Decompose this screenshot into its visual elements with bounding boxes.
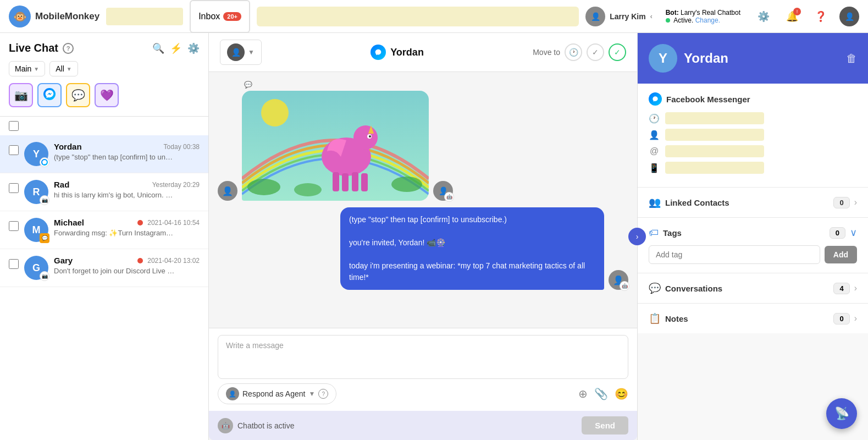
linked-contacts-section[interactable]: 👥 Linked Contacts 0 › [638, 188, 868, 218]
expand-panel-button[interactable]: › [628, 228, 646, 245]
move-to-green-check-icon[interactable]: ✓ [609, 43, 626, 61]
move-to-clock-icon[interactable]: 🕐 [565, 43, 582, 61]
select-all-checkbox[interactable] [9, 121, 19, 131]
main-filter-arrow: ▼ [34, 66, 39, 72]
contact-item-michael[interactable]: M 💬 Michael 2021-04-16 10:54 Forwarding … [0, 211, 208, 249]
contacts-list: Y Yordan Today 00:38 (type "stop" then t… [0, 135, 208, 440]
all-filter-dropdown[interactable]: All ▼ [49, 61, 78, 76]
svg-point-0 [43, 88, 56, 100]
linked-contacts-badge: 0 [833, 197, 849, 208]
svg-point-3 [261, 99, 289, 127]
active-dot [666, 18, 670, 23]
platform-badge-gary: 📷 [40, 271, 49, 281]
contact-name-gary: Gary [54, 256, 73, 265]
info-value-time [665, 112, 764, 124]
right-panel: Y Yordan 🗑 Facebook Messenger 🕐 👤 [637, 33, 868, 440]
contact-preview-michael: Forwarding msg: ✨Turn Instagram traffic … [54, 229, 175, 237]
filter-icon[interactable]: ⚡ [170, 42, 182, 54]
contact-item-yordan[interactable]: Y Yordan Today 00:38 (type "stop" then t… [0, 135, 208, 173]
contact-time-yordan: Today 00:38 [164, 143, 200, 151]
contact-header-name: Yordan [684, 51, 839, 66]
contact-preview-gary: Don't forget to join our Discord Live Ch… [54, 267, 175, 275]
info-row-person: 👤 [649, 129, 857, 141]
chatbot-active-label: Chatbot is active [237, 421, 295, 430]
bot-name: Larry's Real Chatbot [681, 9, 740, 16]
sidebar-title: Live Chat [9, 42, 58, 54]
chat-area: 👤 ▼ Yordan Move to 🕐 ✓ ✓ 👤 [209, 33, 637, 440]
agent-selector[interactable]: 👤 ▼ [220, 40, 262, 65]
active-label: Active. [673, 16, 693, 24]
floating-chat-button[interactable]: 📡 [826, 398, 857, 429]
contact-checkbox-gary[interactable] [9, 259, 19, 269]
conversations-section[interactable]: 💬 Conversations 4 › [638, 273, 868, 304]
live-chat-help-icon[interactable]: ? [63, 43, 74, 54]
platform-row: Facebook Messenger [649, 92, 857, 106]
tags-chevron-icon[interactable]: ∨ [850, 227, 857, 239]
chat-contact-name: Yordan [390, 47, 424, 58]
attachment-icon[interactable]: 📎 [594, 387, 608, 400]
agent-dropdown-arrow: ▼ [248, 48, 255, 56]
right-panel-wrapper: › Y Yordan 🗑 Facebook Messenger 🕐 [637, 33, 868, 440]
svg-rect-8 [342, 173, 349, 191]
messenger-filter-button[interactable] [37, 83, 62, 107]
tags-header: 🏷 Tags 0 ∨ [649, 227, 857, 239]
chat-filter-button[interactable]: 💜 [95, 83, 119, 107]
svg-rect-7 [333, 172, 339, 191]
platform-icon [649, 92, 662, 106]
profile-avatar[interactable]: 👤 [839, 7, 859, 26]
sidebar-header: Live Chat ? 🔍 ⚡ ⚙️ Main ▼ All ▼ [0, 33, 208, 117]
tags-icon: 🏷 [649, 227, 659, 239]
notes-title: Notes [665, 314, 829, 323]
info-value-email [665, 145, 764, 157]
contact-name-michael: Michael [54, 218, 84, 227]
change-link[interactable]: Change. [695, 16, 720, 24]
notifications-icon[interactable]: 🔔 ! [782, 7, 802, 26]
msg-avatar-left: 👤 [218, 181, 237, 201]
notes-section[interactable]: 📋 Notes 0 › [638, 304, 868, 333]
settings-icon[interactable]: ⚙️ [754, 7, 773, 26]
info-row-phone: 📱 [649, 162, 857, 174]
chatbot-bar: 🤖 Chatbot is active Send [209, 411, 637, 440]
respond-as-button[interactable]: 👤 Respond as Agent ▼ ? [218, 383, 336, 404]
emoji-icon[interactable]: 😊 [615, 387, 628, 400]
contact-checkbox-yordan[interactable] [9, 145, 19, 155]
inbox-button[interactable]: Inbox 20+ [190, 0, 250, 33]
platform-badge-rad: 📷 [40, 195, 49, 205]
delete-contact-icon[interactable]: 🗑 [846, 52, 857, 65]
move-to-check-icon[interactable]: ✓ [587, 43, 604, 61]
message-input[interactable]: Write a message [218, 335, 628, 379]
respond-as-help-icon[interactable]: ? [318, 389, 328, 399]
add-icon[interactable]: ⊕ [578, 387, 588, 400]
message-row-image: 👤 💬 [218, 81, 628, 201]
filter-row: Main ▼ All ▼ [9, 61, 200, 76]
send-button[interactable]: Send [582, 416, 628, 435]
contact-item-gary[interactable]: G 📷 Gary 2021-04-20 13:02 Don't forget t… [0, 249, 208, 287]
person-info-icon: 👤 [649, 130, 660, 140]
contact-time-michael: 2021-04-16 10:54 [147, 219, 200, 227]
info-row-email: @ [649, 145, 857, 157]
conversations-arrow: › [854, 283, 857, 293]
contact-checkbox-michael[interactable] [9, 221, 19, 231]
help-icon[interactable]: ❓ [811, 7, 831, 26]
chatbot-bar-left: 🤖 Chatbot is active [218, 418, 295, 433]
svg-point-13 [247, 179, 280, 195]
email-info-icon: @ [649, 146, 660, 156]
conversations-badge: 4 [833, 283, 849, 294]
gear-icon[interactable]: ⚙️ [187, 42, 200, 54]
sidebar-action-icons: 🔍 ⚡ ⚙️ [152, 42, 200, 54]
sms-filter-button[interactable]: 💬 [66, 83, 90, 107]
respond-as-arrow: ▼ [308, 390, 315, 398]
contact-checkbox-rad[interactable] [9, 183, 19, 193]
search-icon[interactable]: 🔍 [152, 42, 164, 54]
tag-add-button[interactable]: Add [825, 246, 857, 263]
chat-icon: 💜 [100, 89, 114, 102]
contact-item-rad[interactable]: R 📷 Rad Yesterday 20:29 hi this is larry… [0, 173, 208, 211]
linked-contacts-arrow: › [854, 197, 857, 207]
chat-platform-icon [371, 45, 386, 60]
user-info[interactable]: 👤 Larry Kim ‹ [585, 7, 652, 26]
main-filter-dropdown[interactable]: Main ▼ [9, 61, 45, 76]
instagram-filter-button[interactable]: 📷 [9, 83, 33, 107]
online-dot-michael [137, 220, 143, 226]
message-row-text: 👤 🤖 (type "stop" then tap [confirm] to u… [218, 207, 628, 290]
tag-input-field[interactable] [649, 245, 820, 264]
